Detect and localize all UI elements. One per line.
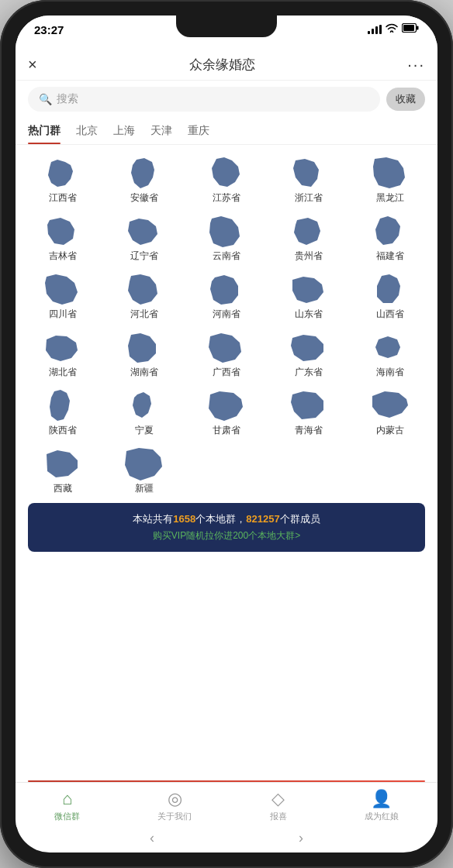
about-icon: ◎ — [168, 789, 182, 809]
nav-wechat-group[interactable]: ⌂ 微信群 — [45, 787, 89, 824]
promo-banner[interactable]: 本站共有1658个本地群，821257个群成员 购买VIP随机拉你进200个本地… — [28, 503, 425, 552]
sichuan-label: 四川省 — [49, 308, 77, 321]
guangdong-label: 广东省 — [295, 366, 323, 379]
qinghai-map — [289, 388, 329, 422]
province-qinghai[interactable]: 青海省 — [268, 384, 350, 442]
search-input-wrap[interactable]: 🔍 搜索 — [28, 87, 380, 112]
tab-chongqing[interactable]: 重庆 — [188, 118, 209, 144]
liaoning-label: 辽宁省 — [130, 250, 158, 263]
xizang-map — [43, 446, 83, 480]
tab-hotgroup[interactable]: 热门群 — [28, 118, 61, 144]
province-liaoning[interactable]: 辽宁省 — [104, 209, 186, 267]
anhui-map — [124, 156, 164, 190]
province-jiangxi[interactable]: 江西省 — [22, 151, 104, 209]
province-jiangsu[interactable]: 江苏省 — [185, 151, 268, 209]
province-xizang[interactable]: 西藏 — [22, 442, 104, 500]
guangxi-map — [206, 330, 247, 364]
province-henan[interactable]: 河南省 — [185, 267, 268, 326]
province-shanxi[interactable]: 山西省 — [349, 267, 431, 326]
hainan-map — [370, 330, 410, 364]
jiangxi-label: 江西省 — [49, 191, 77, 205]
nav-about-us[interactable]: ◎ 关于我们 — [148, 787, 201, 824]
hebei-label: 河北省 — [130, 308, 158, 321]
province-row-5: 陕西省 宁夏 甘肃省 — [16, 384, 437, 442]
back-button[interactable]: ‹ — [150, 830, 154, 846]
congrats-icon: ◇ — [271, 789, 285, 809]
tab-beijing[interactable]: 北京 — [76, 118, 98, 144]
zhejiang-label: 浙江省 — [295, 191, 323, 205]
more-button[interactable]: ··· — [407, 56, 425, 74]
province-hainan[interactable]: 海南省 — [349, 326, 431, 384]
nav-congratulations[interactable]: ◇ 报喜 — [261, 787, 296, 824]
province-guangdong[interactable]: 广东省 — [268, 326, 350, 384]
status-bar: 23:27 — [16, 16, 437, 50]
jiangxi-map — [43, 156, 83, 190]
banner-count2: 821257 — [246, 513, 279, 525]
tab-tianjin[interactable]: 天津 — [150, 118, 172, 144]
province-xinjiang[interactable]: 新疆 — [104, 442, 186, 500]
jiangsu-label: 江苏省 — [213, 191, 240, 205]
nav-become-matchmaker[interactable]: 👤 成为红娘 — [355, 787, 408, 824]
fujian-label: 福建省 — [376, 250, 404, 263]
banner-text2[interactable]: 购买VIP随机拉你进200个本地大群> — [40, 529, 413, 542]
province-jilin[interactable]: 吉林省 — [22, 209, 104, 267]
province-ningxia[interactable]: 宁夏 — [104, 384, 186, 442]
province-row-3: 四川省 河北省 河南省 — [16, 267, 437, 326]
matchmaker-icon: 👤 — [371, 789, 392, 809]
close-button[interactable]: × — [28, 56, 37, 74]
shaanxi-map — [43, 388, 83, 422]
shandong-label: 山东省 — [295, 308, 323, 321]
status-icons — [368, 23, 419, 35]
xinjiang-label: 新疆 — [135, 482, 154, 495]
sichuan-map — [43, 272, 83, 306]
province-row-6: 西藏 新疆 — [16, 442, 437, 500]
province-shaanxi[interactable]: 陕西省 — [22, 384, 104, 442]
zhejiang-map — [289, 156, 329, 190]
province-sichuan[interactable]: 四川省 — [22, 267, 104, 326]
province-hunan[interactable]: 湖南省 — [104, 326, 186, 384]
page-title: 众余缘婚恋 — [189, 56, 255, 74]
search-placeholder: 搜索 — [57, 92, 78, 106]
province-neimenggu[interactable]: 内蒙古 — [349, 384, 431, 442]
bottom-nav: ⌂ 微信群 ◎ 关于我们 ◇ 报喜 👤 成为红娘 — [16, 782, 437, 827]
nav-items: ⌂ 微信群 ◎ 关于我们 ◇ 报喜 👤 成为红娘 — [16, 787, 437, 824]
province-yunnan[interactable]: 云南省 — [185, 209, 268, 267]
search-icon: 🔍 — [39, 93, 52, 105]
wechat-group-icon: ⌂ — [62, 789, 72, 809]
yunnan-map — [206, 214, 247, 248]
tab-shanghai[interactable]: 上海 — [113, 118, 135, 144]
phone-frame: 23:27 × 众余缘婚恋 ··· — [0, 0, 453, 868]
notch — [176, 16, 277, 37]
gansu-label: 甘肃省 — [213, 424, 240, 437]
tabs-bar: 热门群 北京 上海 天津 重庆 — [16, 118, 437, 145]
province-shandong[interactable]: 山东省 — [268, 267, 350, 326]
province-heilongjiang[interactable]: 黑龙江 — [349, 151, 431, 209]
province-hebei[interactable]: 河北省 — [104, 267, 186, 326]
province-guangxi[interactable]: 广西省 — [185, 326, 268, 384]
xinjiang-map — [124, 446, 164, 480]
shandong-map — [289, 272, 329, 306]
province-gansu[interactable]: 甘肃省 — [185, 384, 268, 442]
province-zhejiang[interactable]: 浙江省 — [268, 151, 350, 209]
guizhou-label: 贵州省 — [295, 250, 323, 263]
hubei-map — [43, 330, 83, 364]
province-hubei[interactable]: 湖北省 — [22, 326, 104, 384]
gansu-map — [206, 388, 247, 422]
banner-text1: 本站共有1658个本地群，821257个群成员 — [40, 512, 413, 526]
heilongjiang-label: 黑龙江 — [376, 191, 404, 205]
collect-button[interactable]: 收藏 — [386, 88, 425, 111]
province-row-1: 江西省 安徽省 江苏省 — [16, 151, 437, 209]
province-fujian[interactable]: 福建省 — [349, 209, 431, 267]
hainan-label: 海南省 — [376, 366, 404, 379]
heilongjiang-map — [370, 156, 410, 190]
forward-button[interactable]: › — [299, 830, 303, 846]
hunan-map — [124, 330, 164, 364]
bottom-indicator: ‹ › — [16, 827, 437, 852]
province-anhui[interactable]: 安徽省 — [104, 151, 186, 209]
hunan-label: 湖南省 — [130, 366, 158, 379]
hubei-label: 湖北省 — [49, 366, 77, 379]
nav-label-wechat: 微信群 — [54, 811, 80, 822]
province-placeholder-1 — [185, 442, 268, 500]
shanxi-map — [370, 272, 410, 306]
province-guizhou[interactable]: 贵州省 — [268, 209, 350, 267]
